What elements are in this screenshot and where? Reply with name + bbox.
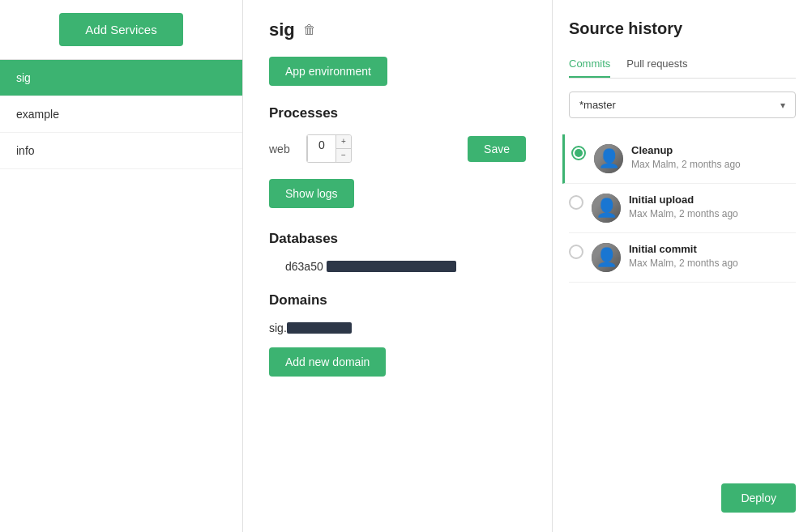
- avatar-face-1: [594, 144, 623, 173]
- commit-time-3: 2 months ago: [679, 257, 738, 269]
- app-environment-button[interactable]: App environment: [269, 57, 387, 86]
- db-id: d63a50: [285, 260, 323, 273]
- commit-info-3: Initial commit Max Malm, 2 months ago: [629, 243, 796, 269]
- avatar-3: [592, 243, 621, 272]
- sidebar-nav: sig example info: [0, 60, 242, 169]
- domains-section: Domains sig. Add new domain: [269, 292, 526, 377]
- db-id-redacted: [327, 261, 456, 272]
- commit-time-2: 2 months ago: [679, 208, 738, 219]
- avatar-face-2: [592, 194, 621, 223]
- commit-item-3[interactable]: Initial commit Max Malm, 2 months ago: [569, 233, 796, 283]
- right-panel: Source history Commits Pull requests *ma…: [553, 0, 812, 532]
- show-logs-button[interactable]: Show logs: [269, 179, 354, 208]
- commit-radio-1[interactable]: [571, 146, 586, 160]
- commit-item-1[interactable]: Cleanup Max Malm, 2 months ago: [562, 134, 796, 184]
- database-item: d63a50: [285, 260, 526, 273]
- stepper-buttons: + −: [336, 135, 351, 162]
- sidebar-item-info[interactable]: info: [0, 133, 242, 169]
- add-services-button[interactable]: Add Services: [59, 13, 182, 46]
- processes-title: Processes: [269, 105, 526, 121]
- commit-message-2: Initial upload: [629, 194, 796, 206]
- commit-author-2: Max Malm: [629, 208, 673, 219]
- save-button[interactable]: Save: [468, 136, 526, 162]
- commits-list: Cleanup Max Malm, 2 months ago Initial u…: [569, 134, 796, 470]
- sidebar: Add Services sig example info: [0, 0, 243, 532]
- app-title-row: sig 🗑: [269, 19, 526, 40]
- avatar-1: [594, 144, 623, 173]
- sidebar-item-example[interactable]: example: [0, 96, 242, 133]
- databases-section: Databases d63a50: [269, 231, 526, 273]
- commit-item-2[interactable]: Initial upload Max Malm, 2 months ago: [569, 184, 796, 233]
- avatar-face-3: [592, 243, 621, 272]
- domain-prefix: sig.: [269, 321, 287, 334]
- commit-meta-2: Max Malm, 2 months ago: [629, 208, 796, 219]
- app-name: sig: [269, 19, 295, 40]
- stepper-value: 0: [307, 135, 336, 162]
- chevron-down-icon: ▾: [780, 100, 785, 111]
- add-domain-button[interactable]: Add new domain: [269, 347, 386, 377]
- main-content: sig 🗑 App environment Processes web 0 + …: [243, 0, 553, 532]
- commit-time-1: 2 months ago: [682, 159, 741, 170]
- commit-info-1: Cleanup Max Malm, 2 months ago: [631, 144, 796, 170]
- tab-pull-requests[interactable]: Pull requests: [626, 51, 687, 78]
- delete-app-icon[interactable]: 🗑: [303, 23, 316, 37]
- processes-row: web 0 + − Save: [269, 134, 526, 163]
- commit-message-3: Initial commit: [629, 243, 796, 255]
- deploy-button[interactable]: Deploy: [721, 483, 796, 513]
- commit-radio-3[interactable]: [569, 245, 583, 259]
- commit-radio-2[interactable]: [569, 195, 583, 210]
- stepper-decrement[interactable]: −: [336, 149, 351, 162]
- commit-meta-1: Max Malm, 2 months ago: [631, 159, 796, 170]
- tab-commits[interactable]: Commits: [569, 51, 610, 78]
- commit-author-3: Max Malm: [629, 257, 673, 269]
- sidebar-item-sig[interactable]: sig: [0, 60, 242, 96]
- avatar-2: [592, 194, 621, 223]
- source-history-title: Source history: [569, 19, 796, 38]
- domains-title: Domains: [269, 292, 526, 309]
- domain-entry: sig.: [269, 321, 526, 334]
- source-history-tabs: Commits Pull requests: [569, 51, 796, 79]
- stepper-increment[interactable]: +: [336, 135, 351, 149]
- commit-info-2: Initial upload Max Malm, 2 months ago: [629, 194, 796, 219]
- sidebar-header: Add Services: [0, 0, 242, 60]
- branch-name: *master: [579, 99, 616, 111]
- domain-value-redacted: [287, 322, 352, 334]
- process-stepper: 0 + −: [306, 134, 352, 163]
- databases-title: Databases: [269, 231, 526, 247]
- databases-list: d63a50: [269, 260, 526, 273]
- branch-selector[interactable]: *master ▾: [569, 92, 796, 118]
- commit-meta-3: Max Malm, 2 months ago: [629, 257, 796, 269]
- commit-message-1: Cleanup: [631, 144, 796, 156]
- process-name: web: [269, 143, 293, 155]
- deploy-row: Deploy: [569, 483, 796, 513]
- commit-author-1: Max Malm: [631, 159, 676, 170]
